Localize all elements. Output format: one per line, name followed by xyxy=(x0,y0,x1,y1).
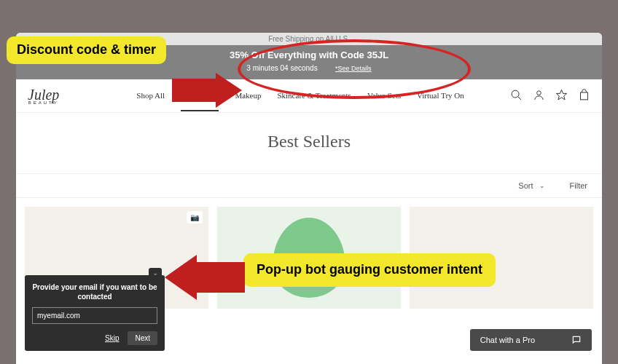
cart-icon[interactable] xyxy=(578,89,590,103)
popup-close-icon[interactable]: ⌄ xyxy=(149,268,162,278)
filter-button[interactable]: Filter xyxy=(570,181,587,190)
sort-label: Sort xyxy=(518,181,533,190)
skip-button[interactable]: Skip xyxy=(99,331,125,345)
svg-point-2 xyxy=(537,91,541,95)
svg-marker-6 xyxy=(165,255,245,300)
chat-icon xyxy=(571,335,582,345)
svg-marker-3 xyxy=(556,90,566,99)
svg-rect-4 xyxy=(581,92,588,100)
popup-prompt: Provide your email if you want to be con… xyxy=(32,282,157,301)
annotation-oval xyxy=(238,39,471,99)
chevron-down-icon: ⌄ xyxy=(539,182,545,189)
svg-line-1 xyxy=(518,97,521,100)
logo-subtext: BEAUTY xyxy=(28,100,59,105)
next-button[interactable]: Next xyxy=(128,331,157,345)
account-icon[interactable] xyxy=(533,89,545,103)
nav-shop-all[interactable]: Shop All xyxy=(136,81,165,111)
annotation-callout: Pop-up bot gauging customer intent xyxy=(243,253,496,287)
list-controls: Sort ⌄ Filter xyxy=(16,173,602,198)
sort-button[interactable]: Sort ⌄ xyxy=(518,181,544,190)
email-popup: ⌄ Provide your email if you want to be c… xyxy=(25,275,165,351)
chat-label: Chat with a Pro xyxy=(480,336,535,344)
svg-marker-5 xyxy=(172,73,242,108)
email-input[interactable] xyxy=(32,307,157,324)
annotation-callout: Discount code & timer xyxy=(7,36,166,64)
camera-icon: 📷 xyxy=(187,211,203,223)
nav-icons xyxy=(510,89,590,103)
chat-launcher[interactable]: Chat with a Pro xyxy=(470,329,592,351)
page-title: Best Sellers xyxy=(16,113,602,173)
popup-actions: Skip Next xyxy=(32,331,157,345)
svg-point-0 xyxy=(512,90,519,98)
brand-logo[interactable]: Julep BEAUTY xyxy=(16,87,71,105)
wishlist-icon[interactable] xyxy=(555,89,568,103)
search-icon[interactable] xyxy=(510,89,523,103)
annotation-arrow xyxy=(165,255,245,300)
annotation-arrow xyxy=(172,73,245,108)
